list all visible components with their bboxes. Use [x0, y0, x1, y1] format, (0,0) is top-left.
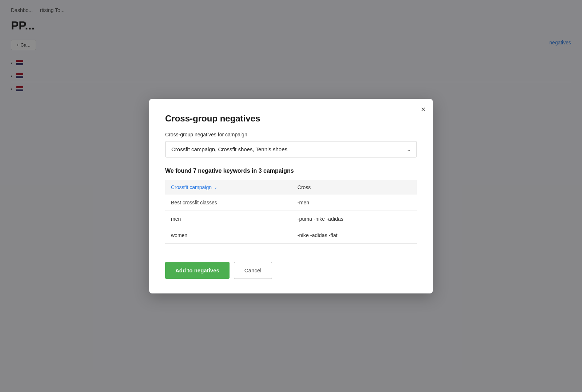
keyword-cell: Best crossfit classes — [165, 195, 292, 211]
modal-title: Cross-group negatives — [165, 113, 417, 124]
summary-text: We found 7 negative keywords in 3 campai… — [165, 168, 417, 174]
keywords-table: Crossfit campaign ⌄ Cross Best crossfit … — [165, 180, 417, 244]
table-row: women -nike -adidas -flat — [165, 227, 417, 243]
col-negatives-header: Cross — [292, 180, 417, 195]
table-header-row: Crossfit campaign ⌄ Cross — [165, 180, 417, 195]
add-to-negatives-button[interactable]: Add to negatives — [165, 262, 230, 279]
keyword-cell: men — [165, 211, 292, 227]
campaign-select[interactable]: Crossfit campaign, Crossfit shoes, Tenni… — [165, 141, 417, 157]
cross-group-negatives-modal: × Cross-group negatives Cross-group nega… — [149, 99, 433, 293]
negatives-cell: -puma -nike -adidas — [292, 211, 417, 227]
modal-overlay: × Cross-group negatives Cross-group nega… — [0, 0, 582, 392]
col-campaign-header: Crossfit campaign ⌄ — [165, 180, 292, 195]
campaign-label: Cross-group negatives for campaign — [165, 132, 417, 137]
negatives-cell: -nike -adidas -flat — [292, 227, 417, 243]
campaign-header-label[interactable]: Crossfit campaign — [171, 184, 212, 190]
chevron-down-icon: ⌄ — [214, 185, 218, 190]
negatives-cell: -men — [292, 195, 417, 211]
table-row: Best crossfit classes -men — [165, 195, 417, 211]
cancel-button[interactable]: Cancel — [234, 262, 272, 279]
close-button[interactable]: × — [421, 105, 426, 113]
table-row: men -puma -nike -adidas — [165, 211, 417, 227]
modal-footer: Add to negatives Cancel — [165, 255, 417, 279]
campaign-dropdown-wrapper: Crossfit campaign, Crossfit shoes, Tenni… — [165, 141, 417, 157]
keyword-cell: women — [165, 227, 292, 243]
